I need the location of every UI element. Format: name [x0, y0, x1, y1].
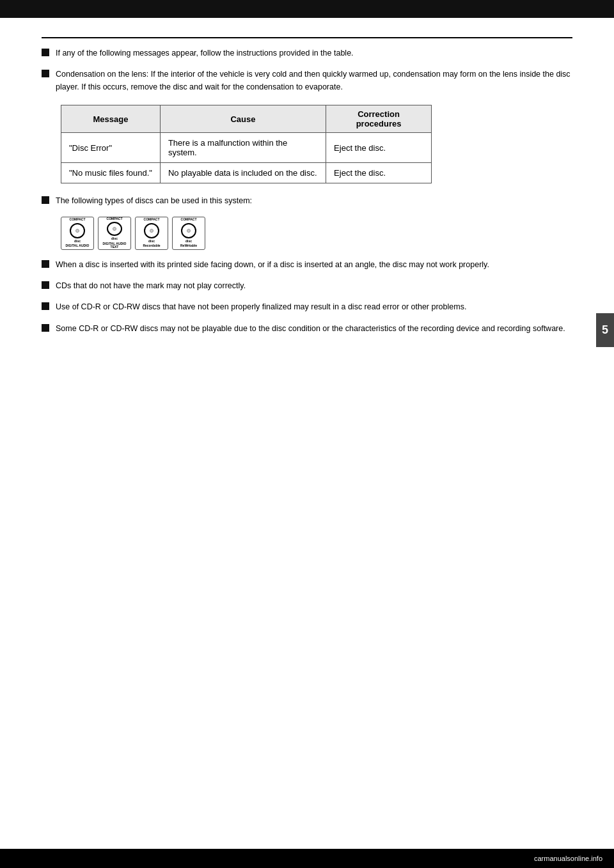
- table-row-1: "Disc Error" There is a malfunction with…: [61, 133, 432, 163]
- table-cell-cause-2: No playable data is included on the disc…: [160, 163, 326, 183]
- section-badge: 5: [596, 313, 614, 347]
- bullet-square-5: [42, 281, 49, 289]
- disc-logo-2-mid: disc: [111, 237, 118, 241]
- table-cell-message-2: "No music files found.": [61, 163, 161, 183]
- disc-logo-1-top: COMPACT: [70, 218, 86, 222]
- bullet-section-1: If any of the following messages appear,…: [42, 47, 572, 59]
- disc-logo-3-mid: disc: [148, 240, 155, 244]
- bullet-text-4: When a disc is inserted with its printed…: [56, 259, 489, 271]
- disc-logo-4-inner: [187, 229, 191, 233]
- bullet-text-5: CDs that do not have the mark may not pl…: [56, 280, 246, 292]
- disc-logo-4-top: COMPACT: [181, 218, 197, 222]
- disc-logo-2-inner: [113, 227, 116, 231]
- table-header-cause: Cause: [160, 105, 326, 133]
- table-header-correction: Correction procedures: [326, 105, 432, 133]
- bullet-text-2: Condensation on the lens: If the interio…: [56, 68, 572, 93]
- disc-logo-1: COMPACT disc DIGITAL AUDIO: [61, 217, 94, 250]
- bullet-square-2: [42, 70, 49, 77]
- bullet-square-4: [42, 260, 49, 268]
- table-cell-correction-2: Eject the disc.: [326, 163, 432, 183]
- table-cell-cause-1: There is a malfunction within the system…: [160, 133, 326, 163]
- bullet-square-6: [42, 302, 49, 310]
- watermark-text: carmanualsonline.info: [534, 855, 602, 862]
- disc-logo-4-circle: [181, 223, 196, 238]
- bottom-bar: carmanualsonline.info: [0, 849, 614, 868]
- disc-logo-2-bot: DIGITAL AUDIO TEXT: [98, 242, 130, 249]
- bullet-section-5: CDs that do not have the mark may not pl…: [42, 280, 572, 292]
- disc-logo-3: COMPACT disc Recordable: [135, 217, 168, 250]
- bullet-section-3: The following types of discs can be used…: [42, 195, 572, 207]
- bullet-square-1: [42, 49, 49, 56]
- error-table-wrapper: Message Cause Correction procedures "Dis…: [61, 105, 572, 183]
- bullet-section-6: Use of CD-R or CD-RW discs that have not…: [42, 301, 572, 313]
- disc-logo-3-inner: [150, 229, 154, 233]
- table-row-2: "No music files found." No playable data…: [61, 163, 432, 183]
- bullet-square-7: [42, 324, 49, 332]
- disc-logo-1-mid: disc: [74, 240, 81, 244]
- table-cell-message-1: "Disc Error": [61, 133, 161, 163]
- bullet-square-3: [42, 196, 49, 204]
- bullet-section-4: When a disc is inserted with its printed…: [42, 259, 572, 271]
- disc-logo-4-mid: disc: [185, 240, 192, 244]
- page-container: If any of the following messages appear,…: [0, 0, 614, 868]
- bullet-section-7: Some CD-R or CD-RW discs may not be play…: [42, 323, 572, 335]
- disc-logo-4-bot: ReWritable: [180, 244, 197, 248]
- disc-logo-2-top: COMPACT: [107, 217, 123, 221]
- disc-logo-1-circle: [70, 223, 85, 238]
- bullet-text-7: Some CD-R or CD-RW discs may not be play…: [56, 323, 565, 335]
- disc-logo-2: COMPACT disc DIGITAL AUDIO TEXT: [98, 217, 131, 250]
- bullet-text-3: The following types of discs can be used…: [56, 195, 252, 207]
- table-cell-correction-1: Eject the disc.: [326, 133, 432, 163]
- table-header-message: Message: [61, 105, 161, 133]
- top-bar: [0, 0, 614, 18]
- content-body: If any of the following messages appear,…: [42, 38, 572, 353]
- bullet-text-1: If any of the following messages appear,…: [56, 47, 354, 59]
- disc-logo-3-bot: Recordable: [143, 244, 160, 248]
- disc-logo-3-top: COMPACT: [144, 218, 160, 222]
- disc-logo-3-circle: [144, 223, 159, 238]
- bullet-section-2: Condensation on the lens: If the interio…: [42, 68, 572, 93]
- bullet-text-6: Use of CD-R or CD-RW discs that have not…: [56, 301, 466, 313]
- disc-logo-4: COMPACT disc ReWritable: [172, 217, 205, 250]
- disc-logo-1-bot: DIGITAL AUDIO: [66, 244, 90, 248]
- disc-logo-1-inner: [75, 229, 79, 233]
- error-table: Message Cause Correction procedures "Dis…: [61, 105, 432, 183]
- disc-logos-container: COMPACT disc DIGITAL AUDIO COMPACT disc …: [61, 217, 572, 250]
- disc-logo-2-circle: [107, 222, 122, 236]
